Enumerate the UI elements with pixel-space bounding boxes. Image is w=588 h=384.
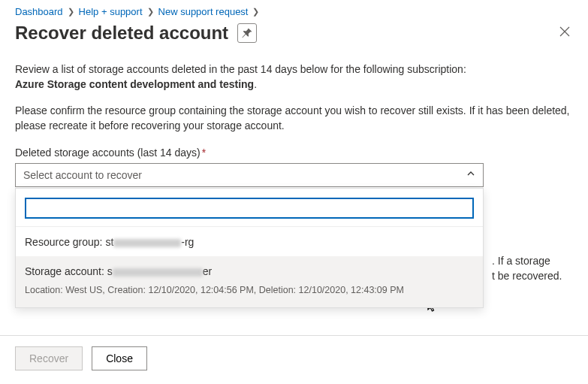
breadcrumb-link[interactable]: New support request	[158, 6, 249, 17]
chevron-right-icon: ❯	[147, 7, 154, 17]
dropdown-search-input[interactable]	[25, 198, 474, 219]
option-title: Storage account: ser	[25, 264, 474, 279]
footer: Recover Close	[0, 335, 588, 384]
breadcrumb-link[interactable]: Help + support	[79, 6, 143, 17]
chevron-right-icon: ❯	[68, 7, 74, 17]
close-footer-button[interactable]: Close	[92, 346, 147, 370]
account-select[interactable]: Select account to recover	[15, 163, 484, 187]
background-text: . If a storage t be recovered.	[492, 253, 574, 284]
breadcrumb-link[interactable]: Dashboard	[15, 6, 63, 17]
resource-group-header: Resource group: st-rg	[16, 226, 483, 255]
required-indicator: *	[202, 147, 206, 159]
recover-button: Recover	[15, 346, 83, 370]
pin-icon	[242, 28, 252, 38]
redacted-text	[113, 239, 181, 247]
dropdown-panel: Resource group: st-rg Storage account: s…	[15, 188, 484, 308]
storage-account-option[interactable]: Storage account: ser Location: West US, …	[16, 256, 483, 307]
intro-text: Review a list of storage accounts delete…	[15, 62, 573, 92]
close-button[interactable]	[556, 22, 573, 44]
close-icon	[559, 26, 570, 37]
instruction-text: Please confirm the resource group contai…	[15, 103, 573, 134]
redacted-text	[113, 268, 203, 277]
select-placeholder: Select account to recover	[23, 168, 142, 183]
chevron-right-icon: ❯	[252, 7, 259, 17]
option-meta: Location: West US, Creation: 12/10/2020,…	[25, 283, 474, 297]
chevron-up-icon	[466, 169, 475, 182]
page-title: Recover deleted account	[15, 23, 228, 44]
pin-button[interactable]	[237, 23, 257, 43]
breadcrumb: Dashboard ❯ Help + support ❯ New support…	[15, 6, 573, 17]
field-label: Deleted storage accounts (last 14 days)*	[15, 145, 573, 160]
subscription-name: Azure Storage content development and te…	[15, 78, 254, 90]
